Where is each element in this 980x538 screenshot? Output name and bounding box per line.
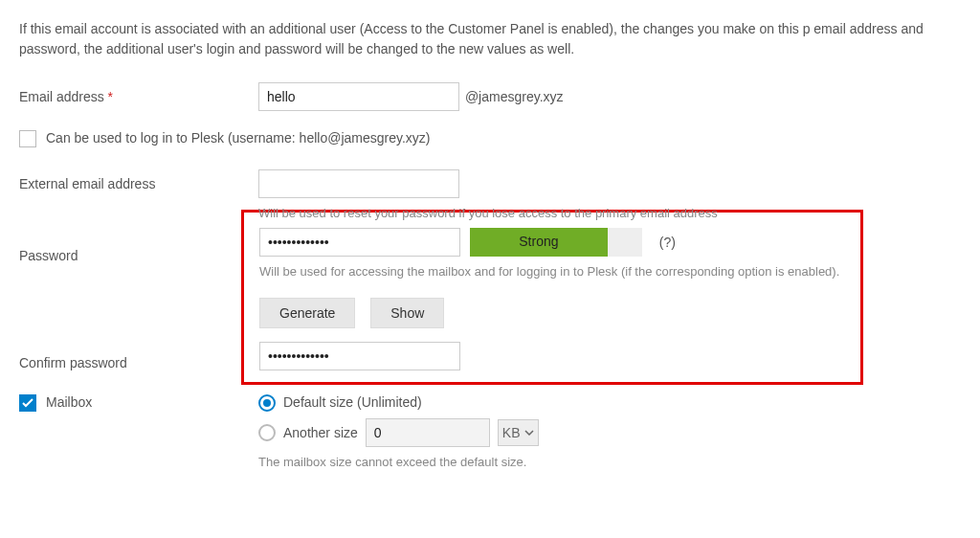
another-size-radio[interactable] (258, 424, 276, 441)
default-size-label: Default size (Unlimited) (283, 392, 422, 413)
required-asterisk: * (108, 89, 113, 104)
show-button[interactable]: Show (370, 298, 444, 328)
intro-text: If this email account is associated with… (19, 19, 961, 59)
login-checkbox-label: Can be used to log in to Plesk (username… (46, 128, 430, 148)
password-label: Password (19, 248, 78, 263)
size-unit-select[interactable]: KB (498, 419, 539, 446)
email-domain-suffix: @jamesgrey.xyz (465, 89, 564, 104)
password-hint: Will be used for accessing the mailbox a… (259, 262, 845, 281)
another-size-input[interactable] (366, 418, 490, 447)
mailbox-label: Mailbox (46, 392, 92, 413)
login-checkbox[interactable] (19, 130, 36, 147)
login-checkbox-row: Can be used to log in to Plesk (username… (19, 128, 961, 148)
password-input[interactable] (259, 228, 460, 257)
external-email-row: External email address Will be used to r… (19, 169, 961, 223)
password-strength-label: Strong (470, 228, 608, 257)
external-email-label: External email address (19, 176, 155, 191)
another-size-label: Another size (283, 423, 358, 443)
email-address-row: Email address * @jamesgrey.xyz (19, 82, 961, 111)
password-strength-meter: Strong (470, 228, 642, 257)
password-help-icon[interactable]: (?) (659, 235, 676, 250)
default-size-radio[interactable] (258, 394, 276, 412)
size-unit-value: KB (502, 423, 521, 443)
external-email-hint: Will be used to reset your password if y… (258, 204, 961, 223)
mailbox-row: Mailbox Default size (Unlimited) Another… (19, 392, 961, 472)
mailbox-size-hint: The mailbox size cannot exceed the defau… (258, 453, 961, 472)
chevron-down-icon (524, 430, 534, 436)
confirm-password-label: Confirm password (19, 355, 127, 370)
confirm-password-input[interactable] (259, 342, 460, 370)
mailbox-checkbox[interactable] (19, 394, 36, 412)
external-email-input[interactable] (258, 169, 459, 198)
password-highlight-box: Strong (?) Will be used for accessing th… (241, 210, 863, 386)
email-label: Email address (19, 89, 104, 104)
email-input[interactable] (258, 82, 459, 111)
generate-button[interactable]: Generate (259, 298, 355, 328)
